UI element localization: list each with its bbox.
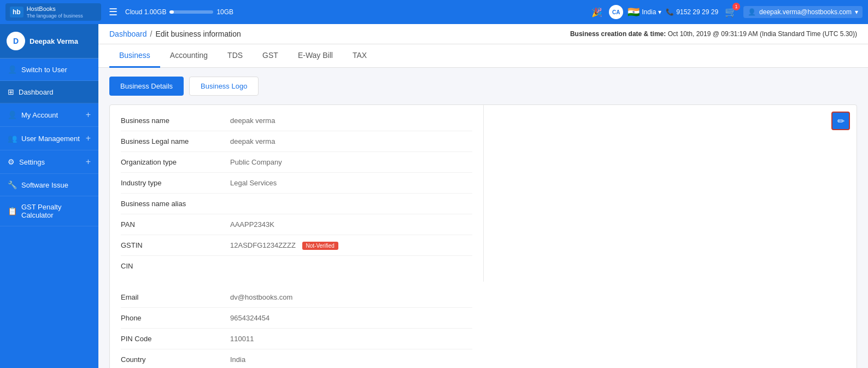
settings-icon: ⚙ — [8, 157, 15, 166]
left-column: Business name deepak verma Business Lega… — [110, 105, 483, 282]
user-icon: 👤 — [8, 65, 17, 74]
users-icon: 👥 — [8, 134, 17, 143]
region-chevron: ▾ — [658, 8, 661, 16]
notification-button[interactable]: 🎉 — [589, 5, 605, 20]
sidebar-user: D Deepak Verma — [0, 24, 98, 59]
logo-tagline: The language of business — [27, 13, 83, 19]
sidebar: D Deepak Verma 👤 Switch to User ⊞ Dashbo… — [0, 24, 98, 368]
table-row: Business name alias — [121, 194, 472, 214]
storage-bar — [169, 10, 213, 14]
info-card: ✏ Business name deepak verma Business Le… — [109, 104, 857, 368]
sidebar-item-label: Software Issue — [21, 181, 68, 189]
logo-name: HostBooks — [27, 5, 83, 13]
breadcrumb-home[interactable]: Dashboard — [109, 30, 147, 38]
storage-info: Cloud 1.00GB 10GB — [125, 8, 233, 16]
sidebar-item-label: Settings — [19, 158, 45, 166]
content-area: Business Details Business Logo ✏ Busines… — [98, 68, 868, 368]
tab-tds[interactable]: TDS — [218, 44, 253, 68]
tab-accounting[interactable]: Accounting — [160, 44, 218, 68]
table-row: PIN Code 110011 — [121, 329, 472, 349]
sidebar-item-label: GST Penalty Calculator — [21, 203, 91, 219]
field-value: Public Company — [230, 158, 472, 166]
table-row: Country India — [121, 349, 472, 368]
tab-gst[interactable]: GST — [253, 44, 288, 68]
sidebar-item-label: Switch to User — [21, 66, 67, 74]
logo-initials: hb — [10, 7, 24, 17]
storage-bar-fill — [169, 10, 174, 14]
table-row: Industry type Legal Services — [121, 173, 472, 194]
cart-badge: 1 — [732, 3, 740, 10]
field-label: Business name alias — [121, 200, 219, 208]
field-value: deepak verma — [230, 116, 472, 125]
field-label: GSTIN — [121, 241, 219, 249]
sidebar-item-software-issue[interactable]: 🔧 Software Issue — [0, 174, 98, 196]
table-row: CIN — [121, 256, 472, 276]
breadcrumb-separator: / — [150, 30, 153, 38]
user-menu[interactable]: 👤 deepak.verma@hostbooks.com ▾ — [743, 6, 863, 18]
main-content: Dashboard / Edit business information Bu… — [98, 24, 868, 368]
breadcrumb-bar: Dashboard / Edit business information Bu… — [98, 24, 868, 44]
sidebar-username: Deepak Verma — [30, 37, 78, 45]
sidebar-item-label: Dashboard — [19, 88, 54, 96]
tab-eway-bill[interactable]: E-Way Bill — [288, 44, 343, 68]
storage-total-label: 10GB — [216, 8, 233, 16]
field-value: AAAPP2343K — [230, 220, 472, 229]
sidebar-item-dashboard[interactable]: ⊞ Dashboard — [0, 81, 98, 103]
field-value: deepak verma — [230, 137, 472, 145]
field-label: Email — [121, 293, 219, 301]
table-row: Phone 9654324454 — [121, 308, 472, 329]
date-label: Business creation date & time: — [570, 30, 666, 38]
avatar: D — [7, 32, 25, 50]
edit-button[interactable]: ✏ — [831, 112, 850, 130]
table-row: Business name deepak verma — [121, 110, 472, 131]
business-creation-date: Business creation date & time: Oct 10th,… — [570, 30, 857, 38]
field-label: Country — [121, 355, 219, 364]
table-row: PAN AAAPP2343K — [121, 214, 472, 235]
field-label: CIN — [121, 262, 219, 270]
user-icon: 👤 — [748, 8, 756, 16]
sidebar-item-gst-penalty[interactable]: 📋 GST Penalty Calculator — [0, 196, 98, 226]
logo-area: hb HostBooks The language of business — [5, 3, 101, 20]
phone-area: 📞 9152 29 29 29 — [666, 8, 718, 16]
field-label: Phone — [121, 314, 219, 322]
table-row: Business Legal name deepak verma — [121, 131, 472, 152]
region-label: India — [642, 8, 656, 16]
breadcrumb: Dashboard / Edit business information — [109, 30, 241, 38]
field-label: Organization type — [121, 158, 219, 166]
not-verified-badge: Not-Verified — [302, 242, 338, 250]
bug-icon: 🔧 — [8, 180, 17, 189]
tab-tax[interactable]: TAX — [343, 44, 377, 68]
field-label: Industry type — [121, 179, 219, 187]
business-logo-button[interactable]: Business Logo — [189, 77, 259, 96]
calculator-icon: 📋 — [8, 207, 17, 215]
date-value: Oct 10th, 2019 @ 09:31:19 AM (India Stan… — [668, 30, 857, 38]
field-value: 12ASDFG1234ZZZZ Not-Verified — [230, 241, 472, 249]
field-value: Legal Services — [230, 179, 472, 187]
tab-business[interactable]: Business — [109, 44, 160, 68]
sidebar-item-label: My Account — [21, 111, 58, 119]
expand-icon: + — [86, 157, 91, 167]
sub-tab-row: Business Details Business Logo — [109, 77, 857, 96]
business-details-button[interactable]: Business Details — [109, 77, 184, 96]
phone-number: 9152 29 29 29 — [676, 8, 718, 16]
expand-icon: + — [86, 110, 91, 120]
region-selector[interactable]: 🇮🇳 India ▾ — [627, 6, 661, 18]
sidebar-item-switch-to-user[interactable]: 👤 Switch to User — [0, 59, 98, 81]
account-icon: 👤 — [8, 110, 17, 119]
table-row: GSTIN 12ASDFG1234ZZZZ Not-Verified — [121, 235, 472, 256]
dashboard-icon: ⊞ — [8, 87, 14, 96]
header-icons: 🎉 CA 🇮🇳 India ▾ 📞 9152 29 29 29 🛒 1 👤 de… — [589, 4, 863, 20]
hamburger-button[interactable]: ☰ — [107, 4, 120, 20]
field-value: 9654324454 — [230, 314, 472, 322]
user-email: deepak.verma@hostbooks.com — [759, 8, 852, 16]
tabs-row: Business Accounting TDS GST E-Way Bill T… — [98, 44, 868, 68]
breadcrumb-current: Edit business information — [155, 30, 241, 38]
sidebar-item-my-account[interactable]: 👤 My Account + — [0, 103, 98, 127]
expand-icon: + — [86, 133, 91, 143]
field-label: PAN — [121, 220, 219, 229]
sidebar-item-settings[interactable]: ⚙ Settings + — [0, 150, 98, 174]
sidebar-item-user-management[interactable]: 👥 User Management + — [0, 127, 98, 150]
cart-button[interactable]: 🛒 1 — [723, 4, 739, 20]
edit-icon: ✏ — [837, 116, 844, 126]
table-row: Email dv@hostbooks.com — [121, 287, 472, 308]
